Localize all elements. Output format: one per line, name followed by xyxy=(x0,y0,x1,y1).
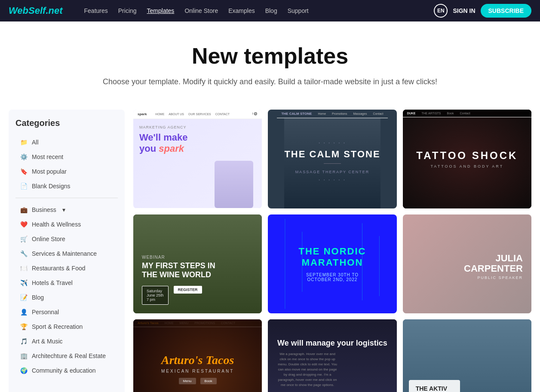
template-card-spark[interactable]: spark HOMEABOUT USOUR SERVICESCONTACT f … xyxy=(133,110,262,208)
template-card-wine[interactable]: WEBINAR MY FIRST STEPS INTHE WINE WORLD … xyxy=(133,214,262,313)
sidebar-item-health[interactable]: ❤️ Health & Wellness xyxy=(15,217,118,232)
nav-features[interactable]: Features xyxy=(84,7,108,14)
store-icon: 🛒 xyxy=(20,235,28,243)
hotels-icon: ✈️ xyxy=(20,279,28,287)
services-icon: 🔧 xyxy=(20,250,28,257)
health-icon: ❤️ xyxy=(20,220,28,228)
sidebar-item-online-store[interactable]: 🛒 Online Store xyxy=(15,232,118,246)
nav-subscribe[interactable]: SUBSCRIBE xyxy=(481,4,531,18)
nav-language[interactable]: EN xyxy=(434,4,448,18)
folder-icon: 📁 xyxy=(20,138,28,146)
nav-right: EN SIGN IN SUBSCRIBE xyxy=(434,4,531,18)
template-card-tattoo[interactable]: DUKE THE ARTISTSBookContact TATTOO SHOCK… xyxy=(403,110,531,208)
business-icon: 💼 xyxy=(20,206,28,214)
main-layout: Categories 📁 All ⚙️ Most recent 🔖 Most p… xyxy=(0,101,540,392)
sidebar-item-hotels[interactable]: ✈️ Hotels & Travel xyxy=(15,276,118,290)
recent-icon: ⚙️ xyxy=(20,153,28,161)
sport-icon: 🏆 xyxy=(20,323,28,331)
sidebar-item-most-recent[interactable]: ⚙️ Most recent xyxy=(15,150,118,164)
blog-icon: 📝 xyxy=(20,294,28,301)
navbar: WebSelf.net Features Pricing Templates O… xyxy=(0,0,540,21)
sidebar-item-blank-designs[interactable]: 📄 Blank Designs xyxy=(15,179,118,193)
nav-pricing[interactable]: Pricing xyxy=(118,7,137,14)
popular-icon: 🔖 xyxy=(20,168,28,175)
sidebar-item-services[interactable]: 🔧 Services & Maintenance xyxy=(15,246,118,261)
community-icon: 🌍 xyxy=(20,367,28,374)
sidebar-item-sport[interactable]: 🏆 Sport & Recreation xyxy=(15,319,118,334)
template-card-julia[interactable]: JULIA CARPENTER Prime speakerAbout meCon… xyxy=(403,214,531,313)
sidebar-item-blog[interactable]: 📝 Blog xyxy=(15,290,118,305)
template-card-calm[interactable]: THE CALM STONE HomePromotionsMassagesCon… xyxy=(268,110,396,208)
architecture-icon: 🏢 xyxy=(20,352,28,360)
sidebar: Categories 📁 All ⚙️ Most recent 🔖 Most p… xyxy=(9,110,125,392)
template-card-logistics[interactable]: innovation Entreprise HomeAboutExpertise… xyxy=(268,319,396,392)
hero-section: New templates Choose your template. Modi… xyxy=(0,21,540,101)
nav-links: Features Pricing Templates Online Store … xyxy=(84,7,421,14)
template-card-nordic[interactable]: THE NORDIC MARATHON SEPTEMBER 30TH TO OC… xyxy=(268,214,396,313)
template-card-tacos[interactable]: Arturo's Tacos HOMEMENUPROMOTIONSCONTACT… xyxy=(133,319,262,392)
sidebar-title: Categories xyxy=(15,118,118,128)
sidebar-item-architecture[interactable]: 🏢 Architechture & Real Estate xyxy=(15,349,118,363)
sidebar-item-personnal[interactable]: 👤 Personnal xyxy=(15,305,118,319)
sidebar-item-restaurants[interactable]: 🍽️ Restaurants & Food xyxy=(15,261,118,276)
blank-icon: 📄 xyxy=(20,182,28,190)
sidebar-item-community[interactable]: 🌍 Community & education xyxy=(15,363,118,378)
sidebar-item-all[interactable]: 📁 All xyxy=(15,135,118,150)
nav-templates[interactable]: Templates xyxy=(147,7,175,14)
hero-subtitle: Choose your template. Modify it quickly … xyxy=(9,76,531,88)
nav-online-store[interactable]: Online Store xyxy=(184,7,218,14)
art-icon: 🎵 xyxy=(20,337,28,345)
hero-title: New templates xyxy=(9,43,531,69)
nav-signin[interactable]: SIGN IN xyxy=(453,7,475,14)
restaurants-icon: 🍽️ xyxy=(20,264,28,272)
personnal-icon: 👤 xyxy=(20,308,28,316)
template-grid: spark HOMEABOUT USOUR SERVICESCONTACT f … xyxy=(133,110,531,392)
sidebar-divider xyxy=(15,198,118,198)
nav-examples[interactable]: Examples xyxy=(228,7,255,14)
sidebar-item-most-popular[interactable]: 🔖 Most popular xyxy=(15,164,118,179)
sidebar-item-art[interactable]: 🎵 Art & Music xyxy=(15,334,118,349)
sidebar-item-business[interactable]: 💼 Business xyxy=(15,202,118,217)
nav-support[interactable]: Support xyxy=(288,7,309,14)
nav-blog[interactable]: Blog xyxy=(265,7,277,14)
nav-logo[interactable]: WebSelf.net xyxy=(9,5,63,16)
template-card-aktiv[interactable]: AKTIV BlogAboutContact ⬛ THE AKTIVSTYLE … xyxy=(403,319,531,392)
